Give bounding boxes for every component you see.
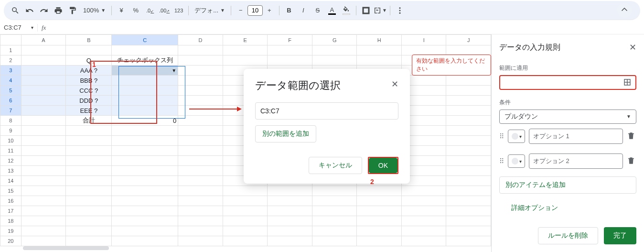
row-6[interactable]: 6 <box>0 96 21 106</box>
col-D[interactable]: D <box>178 35 223 45</box>
print-icon[interactable] <box>52 4 65 17</box>
text-color-icon[interactable]: A <box>325 4 339 17</box>
sidebar-close-icon[interactable]: ✕ <box>629 42 636 53</box>
more-icon[interactable] <box>393 4 407 17</box>
cell-C3[interactable]: ▼ <box>112 66 178 76</box>
strikethrough-icon[interactable]: S <box>311 4 324 17</box>
condition-select[interactable]: プルダウン▼ <box>499 110 636 124</box>
collapse-panel-icon[interactable] <box>617 3 632 18</box>
done-button[interactable]: 完了 <box>604 227 636 244</box>
apply-to-range-input[interactable] <box>499 75 636 90</box>
dialog-close-icon[interactable]: ✕ <box>389 78 400 90</box>
cell-C4[interactable] <box>112 76 178 86</box>
add-range-button[interactable]: 別の範囲を追加 <box>255 125 316 142</box>
delete-option-icon[interactable] <box>627 131 636 142</box>
drag-handle-icon[interactable]: ⠿ <box>499 132 504 140</box>
search-icon[interactable] <box>9 4 22 17</box>
select-all-corner[interactable] <box>0 35 21 45</box>
cell-C6[interactable] <box>112 96 178 106</box>
row-2[interactable]: 2 <box>0 55 21 66</box>
name-box[interactable]: C3:C7▾ <box>0 24 37 31</box>
col-E[interactable]: E <box>223 35 268 45</box>
option-color-chip[interactable]: ▾ <box>508 154 525 168</box>
data-validation-sidebar: データの入力規則✕ 範囲に適用 条件 プルダウン▼ ⠿ ▾ ⠿ ▾ 別のアイテム… <box>491 34 644 252</box>
row-11[interactable]: 11 <box>0 146 21 156</box>
redo-icon[interactable] <box>37 4 51 17</box>
more-formats[interactable]: 123 <box>172 4 185 17</box>
col-C[interactable]: C <box>112 35 178 45</box>
option-row-1: ⠿ ▾ <box>499 129 636 144</box>
add-item-button[interactable]: 別のアイテムを追加 <box>499 176 636 194</box>
range-input[interactable] <box>255 102 398 120</box>
col-F[interactable]: F <box>268 35 312 45</box>
cell-C5[interactable] <box>112 86 178 96</box>
cancel-button[interactable]: キャンセル <box>309 157 362 174</box>
borders-icon[interactable] <box>359 4 373 17</box>
row-13[interactable]: 13 <box>0 166 21 176</box>
bold-icon[interactable]: B <box>282 4 296 17</box>
cell-B3[interactable]: AAA ? <box>66 66 112 76</box>
horizontal-scrollbar[interactable] <box>23 246 487 251</box>
apply-to-label: 範囲に適用 <box>499 64 636 72</box>
delete-option-icon[interactable] <box>627 156 636 166</box>
cell-B7[interactable]: EEE ? <box>66 106 112 116</box>
cell-C7[interactable] <box>112 106 178 116</box>
cell-C2[interactable]: チェックボックス列 <box>112 55 178 66</box>
row-10[interactable]: 10 <box>0 136 21 146</box>
dropdown-icon[interactable]: ▼ <box>172 68 176 73</box>
row-16[interactable]: 16 <box>0 196 21 206</box>
main-toolbar: 100%▼ ¥ % .0↙ .00↗ 123 デフォ...▼ − + B I S… <box>4 1 640 20</box>
row-1[interactable]: 1 <box>0 45 21 55</box>
row-15[interactable]: 15 <box>0 186 21 196</box>
increase-decimal[interactable]: .00↗ <box>158 4 171 17</box>
row-5[interactable]: 5 <box>0 86 21 96</box>
option-color-chip[interactable]: ▾ <box>508 130 525 143</box>
paint-format-icon[interactable] <box>66 4 79 17</box>
row-3[interactable]: 3 <box>0 66 21 76</box>
cell-B5[interactable]: CCC ? <box>66 86 112 96</box>
row-7[interactable]: 7 <box>0 106 21 116</box>
row-4[interactable]: 4 <box>0 76 21 86</box>
col-J[interactable]: J <box>446 35 491 45</box>
italic-icon[interactable]: I <box>297 4 310 17</box>
col-I[interactable]: I <box>402 35 446 45</box>
row-19[interactable]: 19 <box>0 226 21 236</box>
namebox-value: C3:C7 <box>4 24 21 31</box>
col-B[interactable]: B <box>66 35 112 45</box>
grid-select-icon[interactable] <box>623 78 632 87</box>
font-size-input[interactable] <box>247 5 263 16</box>
decrease-font-icon[interactable]: − <box>234 4 247 17</box>
col-G[interactable]: G <box>312 35 357 45</box>
percent-format[interactable]: % <box>129 4 142 17</box>
cell-B4[interactable]: BBB ? <box>66 76 112 86</box>
decrease-decimal[interactable]: .0↙ <box>143 4 157 17</box>
currency-format[interactable]: ¥ <box>115 4 128 17</box>
fill-color-icon[interactable] <box>340 4 353 17</box>
row-12[interactable]: 12 <box>0 156 21 166</box>
increase-font-icon[interactable]: + <box>263 4 276 17</box>
option-2-input[interactable] <box>529 153 623 169</box>
ok-button[interactable]: OK <box>369 158 397 173</box>
row-8[interactable]: 8 <box>0 116 21 126</box>
row-9[interactable]: 9 <box>0 126 21 136</box>
validation-warning: 有効な範囲を入力してください <box>412 55 491 76</box>
font-family[interactable]: デフォ...▼ <box>192 4 228 17</box>
cell-B6[interactable]: DDD ? <box>66 96 112 106</box>
row-20[interactable]: 20 <box>0 236 21 246</box>
delete-rule-button[interactable]: ルールを削除 <box>538 227 598 244</box>
col-A[interactable]: A <box>21 35 66 45</box>
drag-handle-icon[interactable]: ⠿ <box>499 157 504 165</box>
row-17[interactable]: 17 <box>0 206 21 216</box>
row-18[interactable]: 18 <box>0 216 21 226</box>
undo-icon[interactable] <box>23 4 36 17</box>
cell-B8[interactable]: 合計 <box>66 116 112 126</box>
cell-C8[interactable]: 0 <box>112 116 178 126</box>
advanced-options-button[interactable]: 詳細オプション <box>505 199 636 217</box>
col-H[interactable]: H <box>357 35 402 45</box>
cell-B2[interactable]: Q <box>66 55 112 66</box>
row-14[interactable]: 14 <box>0 176 21 186</box>
zoom-level[interactable]: 100%▼ <box>80 4 108 17</box>
merge-cells-icon[interactable]: ▼ <box>374 4 387 17</box>
font-family-text: デフォ... <box>194 6 218 15</box>
option-1-input[interactable] <box>529 129 623 144</box>
